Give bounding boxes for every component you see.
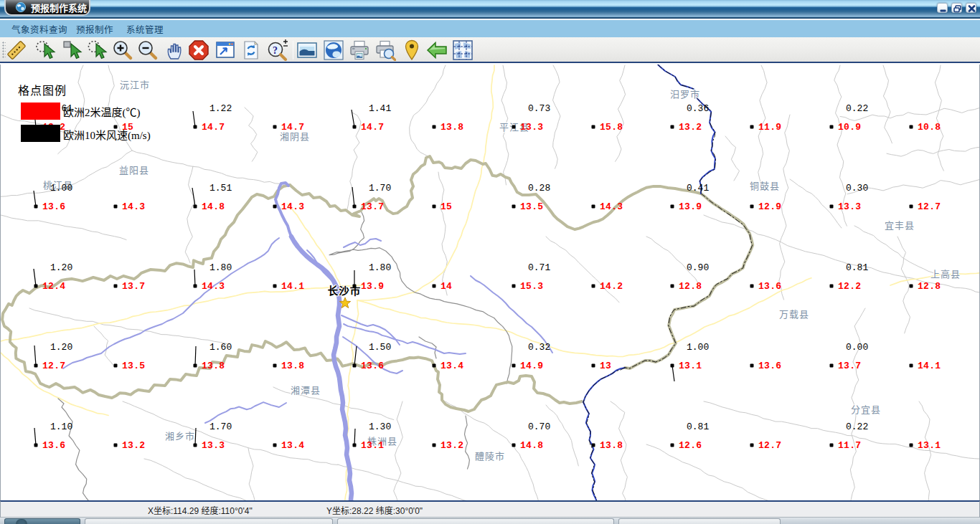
minimize-icon bbox=[938, 4, 948, 14]
wind-speed-value: 0.00 bbox=[846, 342, 868, 353]
pan-hand-button[interactable] bbox=[164, 39, 185, 61]
temperature-value: 13.1 bbox=[918, 440, 941, 451]
print-preview-icon bbox=[374, 39, 396, 61]
zoom-in-button[interactable] bbox=[112, 39, 133, 61]
grid-point-dot bbox=[194, 205, 197, 209]
temperature-value: 13.9 bbox=[679, 201, 702, 212]
wind-speed-value: 0.22 bbox=[846, 421, 868, 432]
grid-map-icon bbox=[452, 39, 473, 61]
legend-swatch-1 bbox=[21, 103, 60, 120]
wind-speed-value: 0.81 bbox=[687, 421, 709, 432]
grid-point-dot bbox=[114, 444, 118, 447]
grid-map-button[interactable] bbox=[452, 39, 473, 61]
temperature-value: 13.5 bbox=[122, 361, 145, 371]
zoom-out-button[interactable] bbox=[137, 39, 159, 61]
grid-point-dot bbox=[830, 205, 834, 209]
back-arrow-button[interactable] bbox=[426, 39, 448, 61]
full-extent-button[interactable] bbox=[215, 39, 236, 61]
globe-world-button[interactable] bbox=[323, 39, 344, 61]
select-rectangle-button[interactable] bbox=[62, 39, 83, 61]
temperature-value: 14.7 bbox=[361, 122, 384, 133]
status-bar: X坐标:114.29 经度:110°0'4" Y坐标:28.22 纬度:30°0… bbox=[0, 500, 980, 518]
refresh-page-button[interactable] bbox=[240, 39, 262, 61]
wind-speed-value: 1.70 bbox=[369, 183, 391, 194]
menu-item-2[interactable]: 预报制作 bbox=[76, 22, 113, 36]
temperature-value: 14.1 bbox=[918, 361, 941, 371]
grid-point-dot bbox=[34, 285, 38, 288]
temperature-value: 13.6 bbox=[758, 361, 781, 371]
location-pin-button[interactable] bbox=[401, 39, 423, 61]
close-button[interactable] bbox=[966, 3, 976, 13]
temperature-value: 14.7 bbox=[202, 122, 225, 133]
grid-point-dot bbox=[114, 285, 118, 288]
temperature-value: 13.7 bbox=[838, 361, 861, 371]
export-image-button[interactable] bbox=[296, 39, 318, 61]
temperature-value: 13.4 bbox=[440, 361, 463, 371]
temperature-value: 13.8 bbox=[281, 361, 304, 371]
temperature-value: 15.8 bbox=[600, 122, 623, 133]
grid-point-dot bbox=[910, 285, 913, 288]
measure-ruler-button[interactable] bbox=[6, 39, 27, 61]
grid-point-dot bbox=[194, 364, 197, 368]
temperature-value: 14.3 bbox=[202, 281, 225, 292]
temperature-value: 12.7 bbox=[42, 361, 65, 371]
taskbar-item[interactable] bbox=[85, 518, 333, 524]
wind-speed-value: 0.32 bbox=[528, 342, 550, 353]
menu-item-3[interactable]: 系统管理 bbox=[126, 22, 164, 36]
temperature-value: 14.1 bbox=[281, 281, 304, 292]
wind-speed-value: 0.71 bbox=[528, 262, 550, 273]
temperature-value: 13.3 bbox=[520, 122, 543, 133]
restore-button[interactable] bbox=[951, 3, 962, 13]
grid-point-dot bbox=[433, 364, 436, 368]
select-polygon-button[interactable] bbox=[35, 39, 57, 61]
identify-query-icon: ? bbox=[266, 39, 288, 61]
grid-point-dot bbox=[592, 285, 595, 288]
grid-point-dot bbox=[910, 125, 913, 129]
grid-point-dot bbox=[512, 205, 516, 209]
temperature-value: 15 bbox=[440, 201, 452, 212]
wind-speed-value: 1.41 bbox=[369, 103, 391, 114]
minimize-button[interactable] bbox=[937, 3, 948, 13]
identify-query-button[interactable]: ? bbox=[266, 39, 288, 61]
wind-speed-value: 1.30 bbox=[369, 421, 391, 432]
temperature-value: 12.8 bbox=[679, 281, 702, 292]
measure-ruler-icon bbox=[6, 39, 27, 61]
temperature-value: 12.8 bbox=[918, 281, 941, 292]
print-button[interactable] bbox=[349, 39, 370, 61]
menu-bar: 气象资料查询预报制作系统管理 bbox=[0, 20, 980, 37]
grid-point-dot bbox=[273, 364, 277, 368]
temperature-value: 13.3 bbox=[202, 440, 225, 451]
temperature-value: 13.6 bbox=[42, 201, 65, 212]
globe-world-icon bbox=[323, 39, 344, 61]
stop-cancel-icon bbox=[188, 39, 209, 61]
temperature-value: 13.2 bbox=[440, 440, 463, 451]
temperature-value: 12.2 bbox=[838, 281, 861, 292]
wind-speed-value: 1.20 bbox=[50, 262, 72, 273]
taskbar-strip bbox=[0, 518, 980, 524]
wind-speed-value: 1.60 bbox=[209, 342, 232, 353]
temperature-value: 13.6 bbox=[361, 361, 384, 371]
temperature-value: 13.9 bbox=[361, 281, 384, 292]
menu-item-1[interactable]: 气象资料查询 bbox=[11, 22, 67, 36]
map-canvas[interactable]: 沅江市汨罗市湘阴县平江县益阳县桃江县铜鼓县宜丰县上高县万载县湘潭县湘乡市株洲县醴… bbox=[0, 65, 980, 500]
wind-speed-value: 1.10 bbox=[50, 421, 72, 432]
export-image-icon bbox=[296, 39, 318, 61]
grid-point-dot bbox=[750, 444, 754, 447]
grid-point-dot bbox=[830, 285, 834, 288]
grid-point-dot bbox=[671, 125, 674, 129]
taskbar-item[interactable] bbox=[618, 518, 781, 524]
select-circle-button[interactable] bbox=[87, 39, 108, 61]
wind-speed-value: 1.70 bbox=[209, 421, 232, 432]
grid-point-dot bbox=[194, 444, 197, 447]
grid-point-dot bbox=[592, 205, 595, 209]
wind-speed-value: 0.90 bbox=[687, 262, 709, 273]
wind-speed-value: 0.70 bbox=[528, 421, 550, 432]
stop-cancel-button[interactable] bbox=[188, 39, 209, 61]
legend-label-2: 欧洲10米风速(m/s) bbox=[63, 126, 151, 141]
temperature-value: 13.1 bbox=[679, 361, 702, 371]
wind-speed-value: 1.50 bbox=[369, 342, 391, 353]
temperature-value: 14.8 bbox=[520, 440, 543, 451]
taskbar-item[interactable] bbox=[337, 518, 614, 524]
print-preview-button[interactable] bbox=[374, 39, 396, 61]
wind-speed-value: 0.22 bbox=[846, 103, 868, 114]
